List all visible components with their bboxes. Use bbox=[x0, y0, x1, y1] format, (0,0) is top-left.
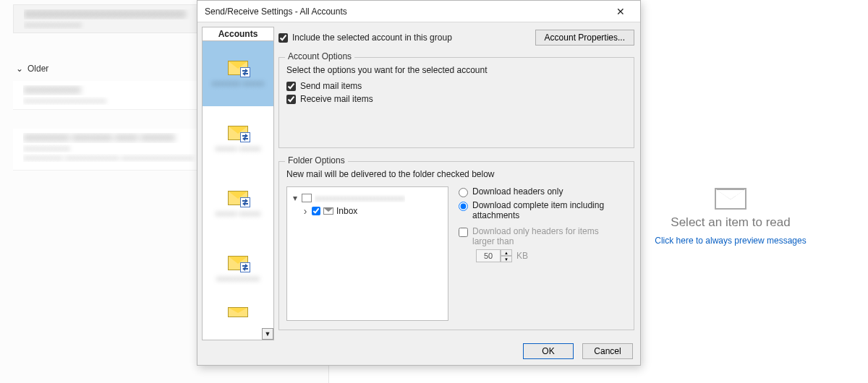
tree-account-node[interactable]: xxxxxxxxxxxxxxxxxxxxxxxxx bbox=[292, 192, 443, 205]
chevron-down-icon bbox=[292, 193, 299, 203]
envelope-icon bbox=[323, 207, 333, 215]
spinner-down-button[interactable]: ▼ bbox=[501, 256, 512, 262]
dialog-titlebar: Send/Receive Settings - All Accounts ✕ bbox=[197, 1, 640, 22]
inbox-checkbox[interactable] bbox=[312, 207, 320, 215]
download-complete-radio[interactable]: Download complete item including attachm… bbox=[459, 200, 626, 220]
preview-messages-link[interactable]: Click here to always preview messages bbox=[655, 236, 806, 246]
scroll-down-button[interactable]: ▼ bbox=[262, 328, 273, 340]
download-headers-only-radio[interactable]: Download headers only bbox=[459, 186, 626, 197]
account-options-hint: Select the options you want for the sele… bbox=[286, 65, 626, 75]
folder-options-hint: New mail will be delivered to the folder… bbox=[286, 169, 626, 179]
account-icon bbox=[228, 307, 248, 317]
dialog-title: Send/Receive Settings - All Accounts bbox=[205, 7, 347, 17]
account-item[interactable]: xxxxxxxx xxxxxx bbox=[203, 41, 273, 106]
older-section-header[interactable]: ⌄ Older bbox=[16, 64, 48, 74]
account-properties-button[interactable]: Account Properties... bbox=[535, 30, 634, 46]
chevron-right-icon bbox=[302, 205, 309, 217]
send-receive-settings-dialog: Send/Receive Settings - All Accounts ✕ A… bbox=[197, 0, 641, 366]
envelope-icon bbox=[715, 188, 746, 210]
download-large-headers-checkbox[interactable]: Download only headers for items larger t… bbox=[459, 226, 626, 246]
folder-tree[interactable]: xxxxxxxxxxxxxxxxxxxxxxxxx Inbox bbox=[286, 186, 448, 321]
inbox-label: Inbox bbox=[336, 206, 357, 216]
kb-unit-label: KB bbox=[516, 251, 528, 261]
folder-options-legend: Folder Options bbox=[285, 155, 348, 165]
kb-value-input[interactable] bbox=[476, 249, 501, 262]
kb-spinner[interactable]: ▲ ▼ bbox=[476, 249, 512, 262]
chevron-down-icon: ⌄ bbox=[16, 64, 23, 74]
cancel-button[interactable]: Cancel bbox=[582, 343, 633, 359]
reading-pane-title: Select an item to read bbox=[671, 215, 790, 230]
accounts-list[interactable]: xxxxxxxx xxxxxx xxxxxx xxxxxx xxxxxx xxx… bbox=[202, 41, 274, 340]
ok-button[interactable]: OK bbox=[523, 343, 574, 359]
receive-mail-checkbox[interactable]: Receive mail items bbox=[286, 94, 373, 104]
account-options-legend: Account Options bbox=[285, 51, 354, 61]
account-item[interactable]: xxxxxxxxxxxx bbox=[203, 236, 273, 301]
include-account-checkbox[interactable]: Include the selected account in this gro… bbox=[278, 33, 452, 43]
close-button[interactable]: ✕ bbox=[608, 4, 633, 20]
account-icon bbox=[228, 191, 248, 205]
account-icon bbox=[228, 61, 248, 75]
spinner-up-button[interactable]: ▲ bbox=[501, 249, 512, 256]
account-icon bbox=[228, 126, 248, 140]
tree-inbox-node[interactable]: Inbox bbox=[292, 205, 443, 218]
accounts-column-header: Accounts bbox=[202, 27, 274, 41]
send-mail-checkbox[interactable]: Send mail items bbox=[286, 81, 362, 91]
account-item[interactable]: xxxxxx xxxxxx bbox=[203, 171, 273, 236]
account-icon bbox=[228, 256, 248, 270]
older-label: Older bbox=[27, 64, 48, 74]
mailbox-icon bbox=[302, 194, 312, 202]
account-item[interactable]: xxxxxx xxxxxx bbox=[203, 106, 273, 171]
